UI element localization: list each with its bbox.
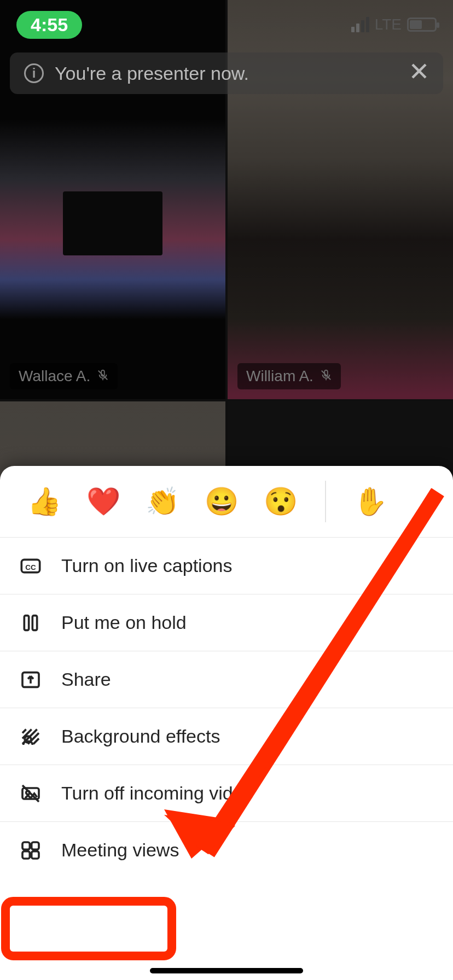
svg-rect-3 bbox=[32, 615, 37, 630]
svg-text:CC: CC bbox=[25, 563, 36, 571]
toast-text: You're a presenter now. bbox=[55, 63, 249, 84]
home-indicator[interactable] bbox=[150, 968, 303, 973]
video-off-icon bbox=[20, 783, 42, 804]
hold-item[interactable]: Put me on hold bbox=[0, 594, 453, 651]
reaction-thumbs-up[interactable]: 👍 bbox=[27, 486, 61, 517]
hold-icon bbox=[20, 612, 42, 634]
meeting-views-item[interactable]: Meeting views bbox=[0, 821, 453, 878]
menu-label: Meeting views bbox=[61, 839, 179, 861]
menu-label: Turn on live captions bbox=[61, 555, 232, 576]
presenter-toast: i You're a presenter now. bbox=[10, 52, 443, 94]
menu-label: Put me on hold bbox=[61, 612, 187, 633]
menu-label: Background effects bbox=[61, 726, 220, 747]
reaction-heart[interactable]: ❤️ bbox=[86, 486, 120, 517]
screen: Wallace A. William A. 4:55 LTE bbox=[0, 0, 453, 980]
menu-label: Share bbox=[61, 669, 111, 690]
svg-rect-11 bbox=[32, 851, 39, 858]
grid-icon bbox=[20, 839, 42, 861]
network-label: LTE bbox=[375, 16, 402, 33]
svg-rect-10 bbox=[22, 851, 30, 858]
separator bbox=[325, 481, 326, 522]
reaction-surprised[interactable]: 😯 bbox=[264, 486, 298, 517]
info-icon: i bbox=[24, 63, 44, 83]
svg-rect-8 bbox=[22, 842, 30, 849]
reaction-smile[interactable]: 😀 bbox=[205, 486, 239, 517]
close-icon[interactable] bbox=[409, 61, 429, 85]
battery-icon bbox=[407, 18, 437, 32]
actions-menu: CC Turn on live captions Put me on hold … bbox=[0, 537, 453, 878]
reaction-raise-hand[interactable]: ✋ bbox=[353, 486, 387, 517]
background-effects-item[interactable]: Background effects bbox=[0, 708, 453, 765]
captions-icon: CC bbox=[20, 555, 42, 577]
live-captions-item[interactable]: CC Turn on live captions bbox=[0, 537, 453, 594]
background-effects-icon bbox=[20, 726, 42, 748]
status-bar: 4:55 LTE bbox=[0, 0, 453, 49]
share-icon bbox=[20, 669, 42, 691]
svg-rect-2 bbox=[24, 615, 28, 630]
incoming-video-item[interactable]: Turn off incoming video bbox=[0, 765, 453, 821]
share-item[interactable]: Share bbox=[0, 651, 453, 708]
more-actions-sheet: 👍 ❤️ 👏 😀 😯 ✋ CC Turn on live captions Pu… bbox=[0, 466, 453, 980]
reactions-row: 👍 ❤️ 👏 😀 😯 ✋ bbox=[0, 466, 453, 537]
cell-signal-icon bbox=[351, 17, 369, 32]
recording-time-pill[interactable]: 4:55 bbox=[16, 11, 82, 39]
menu-label: Turn off incoming video bbox=[61, 783, 254, 804]
svg-rect-9 bbox=[32, 842, 39, 849]
status-right: LTE bbox=[351, 16, 437, 33]
reaction-applause[interactable]: 👏 bbox=[146, 486, 179, 517]
